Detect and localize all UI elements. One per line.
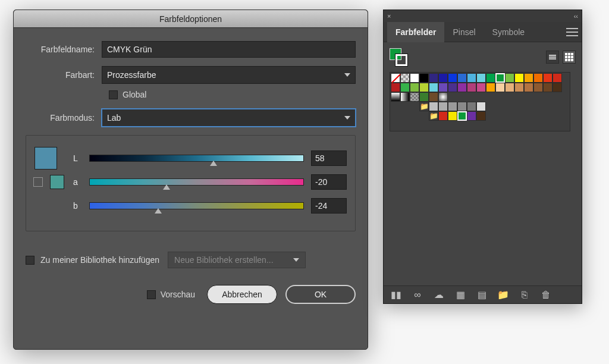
channel-L-input[interactable]: [311, 150, 347, 166]
swatch[interactable]: [457, 83, 467, 92]
swatch-none[interactable]: [391, 73, 400, 83]
tab-symbole[interactable]: Symbole: [484, 22, 533, 42]
swatch[interactable]: [476, 111, 486, 121]
channel-b-slider[interactable]: [89, 202, 304, 209]
swatch[interactable]: [467, 102, 476, 111]
channel-a-slider[interactable]: [89, 178, 304, 186]
panel-collapse-icon[interactable]: ‹‹: [574, 12, 578, 20]
swatch[interactable]: [457, 102, 467, 111]
color-group-folder-icon[interactable]: 📁: [419, 102, 429, 111]
swatch[interactable]: [410, 83, 419, 92]
swatch[interactable]: [553, 73, 562, 83]
swatch[interactable]: [514, 73, 524, 83]
swatch[interactable]: [457, 73, 467, 83]
swatch[interactable]: [419, 73, 429, 83]
preview-checkbox[interactable]: [147, 290, 156, 299]
swatch[interactable]: [391, 92, 400, 102]
swatch[interactable]: [438, 92, 448, 102]
swatch[interactable]: [514, 83, 524, 92]
swatch[interactable]: [543, 83, 553, 92]
swatch[interactable]: [533, 83, 543, 92]
color-group-folder-icon[interactable]: 📁: [429, 111, 438, 121]
secondary-color-swatch[interactable]: [50, 175, 64, 189]
slider-thumb[interactable]: [155, 208, 162, 214]
swatch[interactable]: [448, 102, 457, 111]
dialog-title: Farbfeldoptionen: [14, 10, 368, 28]
swatch[interactable]: [467, 111, 476, 121]
swatch[interactable]: [400, 92, 410, 102]
swatch[interactable]: [476, 83, 486, 92]
tab-pinsel[interactable]: Pinsel: [444, 22, 484, 42]
swatch[interactable]: [495, 83, 505, 92]
swatch[interactable]: [486, 73, 495, 83]
grid-view-button[interactable]: [563, 51, 576, 64]
swatch[interactable]: [486, 83, 495, 92]
chevron-down-icon: [293, 258, 299, 262]
swatch[interactable]: [438, 111, 448, 121]
cancel-button[interactable]: Abbrechen: [207, 285, 277, 304]
global-checkbox[interactable]: [109, 90, 118, 99]
swatch[interactable]: [476, 102, 486, 111]
swatch[interactable]: [448, 83, 457, 92]
channel-a-input[interactable]: [311, 174, 347, 190]
swatch[interactable]: [505, 83, 514, 92]
swatch-registration[interactable]: [400, 73, 410, 83]
swatch[interactable]: [391, 83, 400, 92]
swatch-transparent[interactable]: [410, 92, 419, 102]
swatch[interactable]: [495, 73, 505, 83]
swatch[interactable]: [467, 73, 476, 83]
swatch-options-icon[interactable]: ▦: [455, 290, 466, 300]
folder-icon[interactable]: 📁: [498, 290, 508, 300]
swatch[interactable]: [438, 83, 448, 92]
swatch[interactable]: [448, 111, 457, 121]
panel-menu-icon[interactable]: [566, 28, 578, 36]
add-to-library-checkbox[interactable]: [26, 256, 34, 265]
swatch[interactable]: [543, 73, 553, 83]
new-swatch-icon[interactable]: ⎘: [519, 290, 530, 300]
list-view-button[interactable]: [546, 51, 559, 64]
swatch[interactable]: [505, 73, 514, 83]
swatch-name-input[interactable]: [102, 41, 356, 58]
lab-slider-group: L a b: [26, 135, 356, 231]
link-icon[interactable]: ∞: [412, 290, 423, 300]
swatch[interactable]: [457, 111, 467, 121]
swatch[interactable]: [438, 73, 448, 83]
swatch[interactable]: [533, 73, 543, 83]
cloud-icon[interactable]: ☁: [434, 290, 444, 300]
fill-stroke-indicator[interactable]: [390, 48, 407, 66]
color-mode-select[interactable]: Lab: [102, 109, 356, 127]
channel-L-slider[interactable]: [89, 155, 304, 162]
trash-icon[interactable]: 🗑: [541, 290, 551, 300]
swatch[interactable]: [419, 83, 429, 92]
preview-label: Vorschau: [161, 290, 195, 299]
add-to-library-label: Zu meiner Bibliothek hinzufügen: [40, 255, 159, 265]
color-mode-label: Farbmodus:: [26, 113, 102, 123]
swatch[interactable]: [429, 83, 438, 92]
channel-b-input[interactable]: [311, 198, 347, 214]
swatch[interactable]: [524, 83, 533, 92]
swatch[interactable]: [429, 102, 438, 111]
slider-thumb[interactable]: [163, 184, 170, 190]
swatch[interactable]: [467, 83, 476, 92]
new-color-group-icon[interactable]: ▤: [476, 290, 487, 300]
global-label: Global: [123, 90, 146, 99]
swatch[interactable]: [553, 83, 562, 92]
swatch[interactable]: [476, 73, 486, 83]
swatch[interactable]: [524, 73, 533, 83]
color-preview-swatch[interactable]: [34, 147, 57, 170]
color-type-select[interactable]: Prozessfarbe: [102, 66, 356, 84]
ok-button[interactable]: OK: [285, 285, 356, 304]
swatch[interactable]: [419, 92, 429, 102]
swatch[interactable]: [438, 102, 448, 111]
stroke-swatch[interactable]: [395, 54, 407, 66]
tab-farbfelder[interactable]: Farbfelder: [387, 22, 444, 42]
swatch[interactable]: [400, 83, 410, 92]
library-icon[interactable]: ▮▮: [391, 290, 401, 300]
panel-close-icon[interactable]: ×: [387, 12, 391, 20]
slider-thumb[interactable]: [210, 161, 217, 166]
swatch[interactable]: [429, 92, 438, 102]
swatch[interactable]: [429, 73, 438, 83]
swatch[interactable]: [410, 73, 419, 83]
swatch-options-dialog: Farbfeldoptionen Farbfeldname: Farbart: …: [13, 10, 368, 350]
swatch[interactable]: [448, 73, 457, 83]
